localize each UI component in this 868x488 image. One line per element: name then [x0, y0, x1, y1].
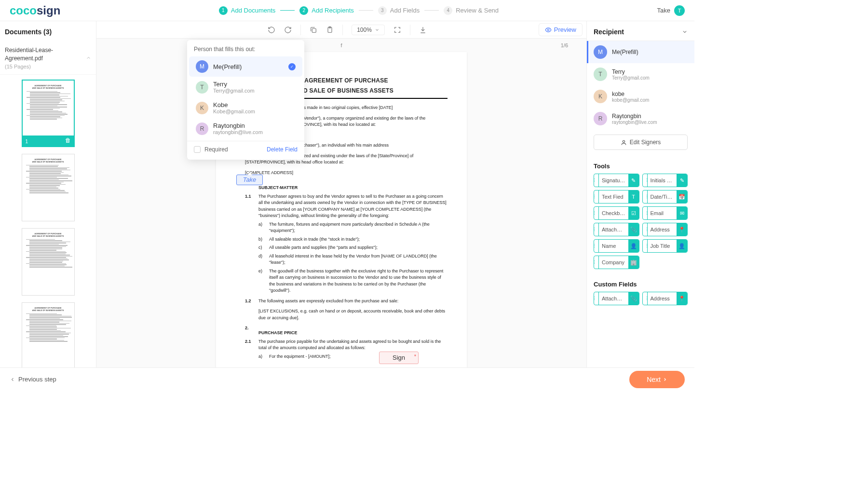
tool-job-title[interactable]: ⋮⋮Job Title👤: [642, 239, 688, 253]
tool-label: Attachment: [599, 296, 628, 301]
page-thumbnail[interactable]: AGREEMENT OF PURCHASEAND SALE OF BUSINES…: [22, 228, 75, 296]
tool-icon: ✎: [677, 174, 687, 187]
tool-text-fied[interactable]: ⋮⋮Text FiedT: [594, 190, 639, 203]
drag-handle-icon: ⋮⋮: [643, 207, 648, 219]
avatar: M: [196, 60, 208, 73]
user-badge[interactable]: Take T: [657, 5, 685, 16]
custom-fields-title: Custom Fields: [587, 275, 694, 292]
person-name: Raytongbin: [213, 122, 263, 129]
tool-icon: 📎: [628, 292, 639, 305]
doc-header: f 1/6: [96, 39, 586, 52]
tool-attachment[interactable]: ⋮⋮Attachment📎: [594, 223, 639, 236]
tool-address[interactable]: ⋮⋮Address📍: [642, 223, 688, 236]
previous-step-button[interactable]: Previous step: [10, 376, 56, 383]
recipient-item[interactable]: Kkobekobe@gmail.com: [587, 85, 694, 108]
tool-date-time-[interactable]: ⋮⋮Date/Time...📅: [642, 190, 688, 203]
field-assignee-popover: Person that fills this out: MMe(Prefill)…: [187, 40, 304, 160]
recipient-item[interactable]: MMe(Prefill): [587, 41, 694, 63]
tool-checkbox-[interactable]: ⋮⋮Checkbox ...☑: [594, 206, 639, 220]
person-email: Kobe@gmail.com: [213, 108, 255, 114]
tool-attachment[interactable]: ⋮⋮Attachment📎: [594, 292, 639, 305]
document-item[interactable]: Residential-Lease-Agreement.pdf(15 Pages…: [0, 41, 96, 75]
user-name: Take: [657, 7, 670, 14]
logo-coco: coco: [10, 4, 37, 17]
step-label: Add Documents: [231, 7, 276, 14]
edit-signers-button[interactable]: Edit Signers: [594, 135, 688, 150]
tool-icon: ✉: [677, 207, 687, 219]
drag-handle-icon: ⋮⋮: [643, 190, 648, 203]
tool-signature-[interactable]: ⋮⋮Signature..✎: [594, 174, 639, 187]
page-thumbnail[interactable]: AGREEMENT OF PURCHASEAND SALE OF BUSINES…: [22, 154, 75, 221]
step-1[interactable]: 1Add Documents: [219, 6, 276, 15]
recipient-item[interactable]: TTerryTerry@gmail.com: [587, 63, 694, 85]
tool-label: Name: [599, 243, 628, 249]
tool-initials-field[interactable]: ⋮⋮Initials Field✎: [642, 174, 688, 187]
fullscreen-icon[interactable]: [393, 26, 401, 34]
chevron-down-icon: [375, 27, 380, 32]
recipient-title[interactable]: Recipient: [587, 21, 694, 41]
tool-label: Signature..: [599, 177, 628, 183]
avatar: T: [196, 81, 208, 94]
required-checkbox[interactable]: Required: [194, 146, 228, 153]
avatar: K: [594, 90, 607, 103]
next-button[interactable]: Next: [629, 371, 685, 388]
sign-field[interactable]: Sign*: [379, 352, 419, 364]
step-label: Review & Send: [456, 7, 499, 14]
tool-address[interactable]: ⋮⋮Address📍: [642, 292, 688, 305]
page-thumbnail[interactable]: AGREEMENT OF PURCHASEAND SALE OF BUSINES…: [22, 302, 75, 367]
avatar: M: [594, 45, 607, 59]
zoom-value: 100%: [357, 27, 372, 33]
drag-handle-icon: ⋮⋮: [594, 256, 599, 269]
download-icon[interactable]: [419, 26, 427, 34]
trash-icon[interactable]: 🗑: [65, 137, 71, 145]
user-icon: [621, 139, 627, 146]
person-option[interactable]: MMe(Prefill)✓: [189, 56, 302, 77]
drag-handle-icon: ⋮⋮: [594, 207, 599, 219]
tool-icon: 🏢: [628, 256, 639, 269]
preview-label: Preview: [554, 26, 576, 33]
zoom-select[interactable]: 100%: [352, 25, 385, 35]
person-option[interactable]: KKobeKobe@gmail.com: [189, 97, 302, 118]
eye-icon: [545, 27, 552, 33]
tool-label: Date/Time...: [648, 194, 677, 200]
paste-icon[interactable]: [326, 26, 334, 34]
redo-icon[interactable]: [284, 26, 292, 34]
footer: Previous step Next: [0, 367, 694, 391]
user-avatar: T: [674, 5, 685, 16]
tool-icon: ☑: [628, 207, 639, 219]
recipient-email: kobe@gmail.com: [612, 97, 649, 103]
copy-icon[interactable]: [310, 26, 317, 34]
recipient-item[interactable]: RRaytongbinraytongbin@live.com: [587, 108, 694, 130]
tool-name[interactable]: ⋮⋮Name👤: [594, 239, 639, 253]
page-thumbnail[interactable]: AGREEMENT OF PURCHASEAND SALE OF BUSINES…: [22, 80, 75, 147]
canvas: f 1/6 AGREEMENT OF PURCHASE ND SALE OF B…: [96, 39, 586, 367]
step-num-icon: 4: [444, 6, 452, 15]
take-field[interactable]: Take: [236, 175, 263, 185]
tool-label: Checkbox ...: [599, 210, 628, 216]
tool-email[interactable]: ⋮⋮Email✉: [642, 206, 688, 220]
doc-name-suffix: f: [340, 42, 342, 48]
tool-label: Address: [648, 227, 677, 232]
recipient-name: Terry: [612, 68, 650, 75]
logo[interactable]: cocosign: [10, 4, 60, 17]
drag-handle-icon: ⋮⋮: [594, 190, 599, 203]
recipient-name: kobe: [612, 91, 649, 97]
person-option[interactable]: TTerryTerry@gmail.com: [189, 77, 302, 97]
delete-field-link[interactable]: Delete Field: [267, 146, 298, 153]
avatar: K: [196, 102, 208, 114]
undo-icon[interactable]: [268, 26, 275, 34]
step-2[interactable]: 2Add Recipients: [299, 6, 353, 15]
preview-button[interactable]: Preview: [539, 23, 583, 36]
check-icon: ✓: [288, 63, 296, 70]
step-4[interactable]: 4Review & Send: [444, 6, 499, 15]
person-option[interactable]: RRaytongbinraytongbin@live.com: [189, 118, 302, 139]
tool-label: Email: [648, 210, 677, 216]
person-name: Kobe: [213, 101, 255, 108]
tool-company[interactable]: ⋮⋮Company🏢: [594, 256, 639, 269]
recipient-name: Me(Prefill): [612, 49, 638, 55]
tool-icon: 📅: [677, 190, 687, 203]
step-3[interactable]: 3Add Fields: [378, 6, 420, 15]
checkbox-icon: [194, 146, 201, 153]
step-label: Add Recipients: [312, 7, 353, 14]
person-name: Me(Prefill): [213, 63, 242, 70]
